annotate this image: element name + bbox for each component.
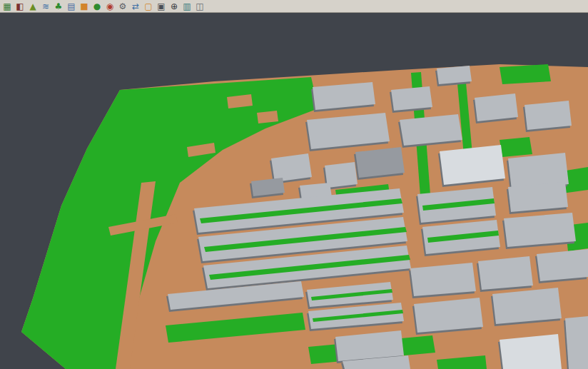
viewport-3d[interactable] — [0, 13, 588, 369]
building — [271, 153, 312, 182]
globe-icon[interactable]: ⊕ — [168, 1, 180, 12]
rows-icon[interactable]: ▤ — [66, 1, 77, 12]
toolbar-icons: ▦◧▲≋♣▤■●◉⚙⇄▢▣⊕▥◫ — [1, 1, 206, 12]
table-icon[interactable]: ▥ — [181, 1, 193, 12]
app-toolbar: ▦◧▲≋♣▤■●◉⚙⇄▢▣⊕▥◫ — [0, 0, 588, 13]
building — [504, 213, 576, 247]
building — [391, 86, 432, 111]
sphere-icon[interactable]: ● — [91, 1, 103, 12]
pan-arrows-icon[interactable]: ⇄ — [130, 1, 141, 12]
building — [437, 66, 472, 84]
building — [475, 93, 518, 121]
selection-box-icon[interactable]: ▢ — [143, 1, 154, 12]
building — [492, 288, 562, 324]
split-view-icon[interactable]: ◧ — [14, 1, 26, 12]
building — [410, 263, 476, 296]
road — [257, 111, 278, 123]
settings-gear-icon[interactable]: ⚙ — [117, 1, 128, 12]
mountain-icon[interactable]: ▲ — [27, 1, 39, 12]
building — [537, 249, 588, 281]
building — [500, 334, 562, 369]
water-icon[interactable]: ≋ — [40, 1, 51, 12]
box-icon[interactable]: ■ — [78, 1, 90, 12]
scene-svg — [0, 13, 588, 369]
building — [524, 101, 572, 130]
application-window: ▦◧▲≋♣▤■●◉⚙⇄▢▣⊕▥◫ — [0, 0, 588, 369]
tree-icon[interactable]: ♣ — [53, 1, 64, 12]
split-panel-icon[interactable]: ◫ — [194, 1, 206, 12]
building — [565, 316, 588, 369]
building — [478, 256, 533, 290]
building — [355, 147, 405, 178]
window-icon[interactable]: ▣ — [156, 1, 167, 12]
target-icon[interactable]: ◉ — [104, 1, 116, 12]
building — [508, 182, 568, 212]
grid-layers-icon[interactable]: ▦ — [1, 1, 13, 12]
vegetation-patch — [500, 64, 551, 84]
building — [440, 145, 505, 185]
vegetation-patch — [500, 137, 532, 157]
